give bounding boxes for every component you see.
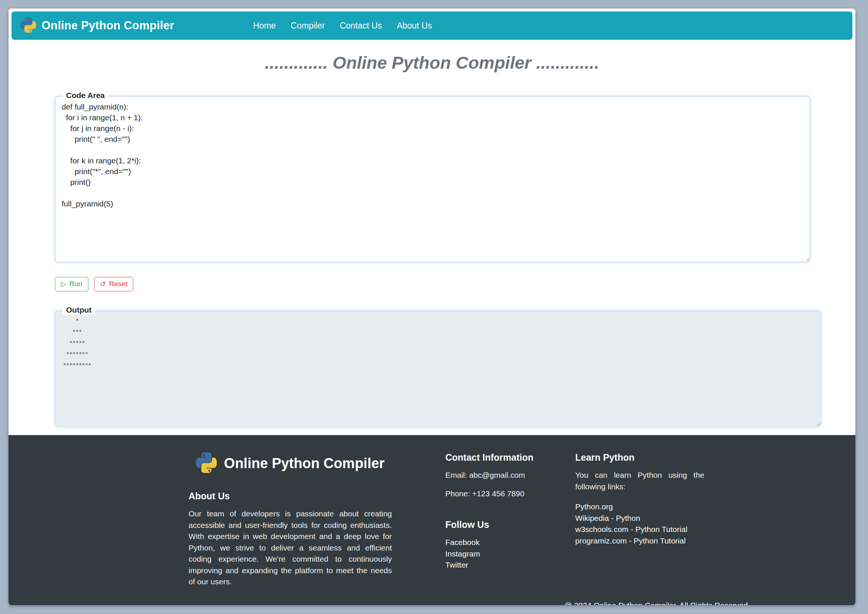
- nav-link-contact-us[interactable]: Contact Us: [339, 21, 382, 31]
- brand-title: Online Python Compiler: [42, 19, 174, 32]
- output-field: Output * *** ***** ******* *********: [55, 311, 809, 427]
- footer: Online Python Compiler About Us Our team…: [9, 435, 856, 605]
- contact-heading: Contact Information: [445, 452, 538, 463]
- header-brand: Online Python Compiler: [20, 17, 174, 34]
- footer-brand: Online Python Compiler: [189, 452, 392, 474]
- footer-about-text: Our team of developers is passionate abo…: [189, 508, 392, 588]
- reset-button-label: Reset: [109, 280, 128, 288]
- nav-link-compiler[interactable]: Compiler: [291, 21, 325, 31]
- learn-link-programiz[interactable]: programiz.com - Python Tutorial: [575, 535, 704, 547]
- page-title: ............. Online Python Compiler ...…: [11, 40, 852, 73]
- action-buttons: ▷ Run ↺ Reset: [55, 277, 809, 291]
- header: Online Python Compiler Home Compiler Con…: [11, 11, 852, 40]
- code-editor-textarea[interactable]: def full_pyramid(n): for i in range(1, n…: [55, 96, 810, 262]
- play-icon: ▷: [61, 281, 66, 287]
- run-button[interactable]: ▷ Run: [55, 277, 88, 291]
- output-textarea[interactable]: * *** ***** ******* *********: [55, 311, 821, 427]
- code-area-label: Code Area: [62, 91, 108, 100]
- code-area-field: Code Area def full_pyramid(n): for i in …: [55, 96, 809, 262]
- footer-about-heading: About Us: [189, 491, 392, 501]
- contact-email: Email: abc@gmail.com: [445, 470, 538, 481]
- nav-link-about-us[interactable]: About Us: [397, 21, 432, 31]
- contact-phone: Phone: +123 456 7890: [445, 488, 538, 499]
- copyright-text: @ 2024 Online Python Compiler. All Right…: [189, 601, 856, 605]
- workspace: Code Area def full_pyramid(n): for i in …: [11, 96, 852, 427]
- learn-link-w3schools[interactable]: w3schools.com - Python Tutorial: [575, 524, 704, 535]
- python-logo-icon: [20, 17, 36, 34]
- footer-columns: Online Python Compiler About Us Our team…: [189, 452, 856, 588]
- follow-link-facebook[interactable]: Facebook: [445, 537, 538, 548]
- output-label: Output: [62, 305, 95, 315]
- follow-link-instagram[interactable]: Instagram: [445, 548, 538, 560]
- footer-brand-title: Online Python Compiler: [224, 456, 385, 471]
- reset-icon: ↺: [100, 281, 106, 287]
- run-button-label: Run: [70, 280, 82, 288]
- follow-link-twitter[interactable]: Twitter: [445, 560, 538, 571]
- top-navigation: Home Compiler Contact Us About Us: [253, 11, 432, 40]
- footer-learn-column: Learn Python You can learn Python using …: [575, 452, 704, 546]
- learn-heading: Learn Python: [575, 452, 704, 463]
- follow-us-block: Follow Us Facebook Instagram Twitter: [445, 519, 538, 571]
- learn-intro-text: You can learn Python using the following…: [575, 470, 704, 492]
- follow-heading: Follow Us: [445, 519, 538, 530]
- learn-link-wikipedia[interactable]: Wikipedia - Python: [575, 513, 704, 524]
- page: Online Python Compiler Home Compiler Con…: [9, 9, 856, 605]
- footer-about-column: Online Python Compiler About Us Our team…: [189, 452, 392, 588]
- learn-link-python-org[interactable]: Python.org: [575, 501, 704, 513]
- reset-button[interactable]: ↺ Reset: [94, 277, 133, 291]
- footer-contact-column: Contact Information Email: abc@gmail.com…: [445, 452, 538, 571]
- python-logo-icon: [196, 452, 217, 474]
- nav-link-home[interactable]: Home: [253, 21, 276, 31]
